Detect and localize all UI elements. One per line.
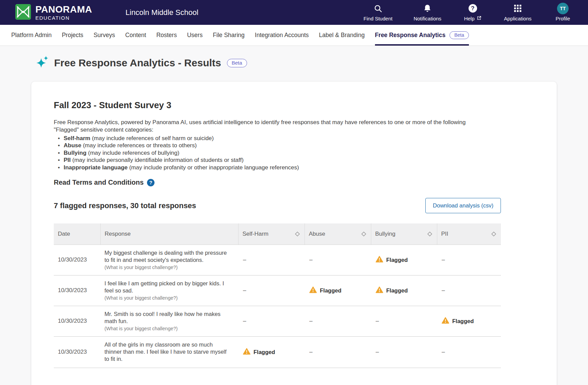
top-bar: PANORAMA EDUCATION Lincoln Middle School… <box>0 0 588 25</box>
nav-item-rosters[interactable]: Rosters <box>156 25 177 46</box>
sort-icon[interactable] <box>295 232 300 236</box>
page-heading: Free Response Analytics - Results Beta <box>36 55 588 70</box>
category-list: Self-harm (may include references of sel… <box>58 135 466 171</box>
status-cell-self-harm: – <box>238 275 305 306</box>
warning-icon <box>376 286 383 295</box>
category-item-inappropriate-language: Inappropriate language (may include prof… <box>58 164 466 171</box>
download-csv-button[interactable]: Download analysis (csv) <box>425 198 501 213</box>
terms-row: Read Terms and Conditions ? <box>54 179 534 186</box>
status-cell-abuse: Flagged <box>305 275 371 306</box>
empty-status: – <box>442 256 445 263</box>
results-card: Fall 2023 - Student Survey 3 Free Respon… <box>31 82 557 385</box>
status-cell-bullying: Flagged <box>371 275 437 306</box>
status-cell-pii: Flagged <box>437 306 501 336</box>
nav-item-projects[interactable]: Projects <box>62 25 83 46</box>
sort-icon[interactable] <box>427 232 432 236</box>
help-label: Help <box>464 16 481 21</box>
column-header-self-harm[interactable]: Self-Harm <box>238 223 305 245</box>
flagged-label: Flagged <box>452 318 474 324</box>
intro-paragraph: Free Response Analytics, powered by Pano… <box>54 119 472 134</box>
column-header-bullying[interactable]: Bullying <box>371 223 437 245</box>
response-cell: All of the girls in my classroom are so … <box>100 336 238 368</box>
panorama-logo-icon <box>15 4 31 21</box>
summary-row: 7 flagged responses, 30 total responses … <box>54 198 501 213</box>
sparkle-icon <box>36 55 49 70</box>
help-button[interactable]: ? Help <box>462 4 483 21</box>
empty-status: – <box>442 287 445 294</box>
nav-item-users[interactable]: Users <box>187 25 203 46</box>
sort-icon[interactable] <box>491 232 496 236</box>
topbar-actions: Find Student Notifications ? Help <box>363 4 573 21</box>
status-cell-pii: – <box>437 336 501 368</box>
terms-help-icon[interactable]: ? <box>147 179 154 186</box>
status-cell-pii: – <box>437 245 501 275</box>
date-cell: 10/30/2023 <box>54 306 100 336</box>
terms-label: Read Terms and Conditions <box>54 179 144 186</box>
empty-status: – <box>442 349 445 355</box>
panorama-logo[interactable]: PANORAMA EDUCATION <box>15 4 92 21</box>
status-cell-abuse: – <box>305 336 371 368</box>
nav-item-file-sharing[interactable]: File Sharing <box>213 25 244 46</box>
flagged-label: Flagged <box>386 257 408 263</box>
nav-item-label-branding[interactable]: Label & Branding <box>319 25 364 46</box>
warning-icon <box>376 256 383 264</box>
response-text: Mr. Smith is so cool! I really like how … <box>104 311 230 325</box>
nav-item-platform-admin[interactable]: Platform Admin <box>11 25 52 46</box>
brand-subname: EDUCATION <box>35 15 92 20</box>
profile-button[interactable]: TT Profile <box>553 4 573 21</box>
grid-icon <box>513 4 522 13</box>
external-link-icon <box>477 16 481 21</box>
column-header-abuse[interactable]: Abuse <box>305 223 371 245</box>
date-cell: 10/30/2023 <box>54 275 100 306</box>
sort-icon[interactable] <box>361 232 366 236</box>
response-text: I feel like I am getting picked on by bi… <box>104 280 230 294</box>
survey-title: Fall 2023 - Student Survey 3 <box>54 100 534 111</box>
table-row: 10/30/2023 I feel like I am getting pick… <box>54 275 501 306</box>
category-item-abuse: Abuse (may include references or threats… <box>58 142 466 149</box>
empty-status: – <box>376 349 379 355</box>
results-table: Date Response Self-Harm Abuse Bullying P… <box>54 223 501 368</box>
nav-item-content[interactable]: Content <box>125 25 146 46</box>
find-student-label: Find Student <box>363 16 392 21</box>
response-cell: My biggest challenge is dealing with the… <box>100 245 238 275</box>
status-cell-abuse: – <box>305 306 371 336</box>
status-cell-self-harm: – <box>238 245 305 275</box>
flagged-label: Flagged <box>254 349 275 355</box>
response-cell: Mr. Smith is so cool! I really like how … <box>100 306 238 336</box>
help-question-icon: ? <box>469 4 477 13</box>
date-cell: 10/30/2023 <box>54 245 100 275</box>
notifications-button[interactable]: Notifications <box>413 4 441 21</box>
status-cell-self-harm: Flagged <box>238 336 305 368</box>
summary-text: 7 flagged responses, 30 total responses <box>54 201 196 210</box>
category-item-self-harm: Self-harm (may include references of sel… <box>58 135 466 142</box>
applications-label: Applications <box>504 16 532 21</box>
nav-item-surveys[interactable]: Surveys <box>94 25 115 46</box>
page-title: Free Response Analytics - Results <box>54 57 221 69</box>
admin-nav: Platform Admin Projects Surveys Content … <box>0 25 588 46</box>
status-cell-bullying: – <box>371 336 437 368</box>
nav-item-free-response-analytics[interactable]: Free Response Analytics Beta <box>375 25 469 46</box>
response-cell: I feel like I am getting picked on by bi… <box>100 275 238 306</box>
empty-status: – <box>243 318 246 324</box>
table-body: 10/30/2023 My biggest challenge is deali… <box>54 245 501 368</box>
warning-icon <box>243 348 250 356</box>
nav-item-integration-accounts[interactable]: Integration Accounts <box>255 25 309 46</box>
column-header-date: Date <box>54 223 100 245</box>
table-row: 10/30/2023 All of the girls in my classr… <box>54 336 501 368</box>
warning-icon <box>309 286 317 295</box>
flagged-label: Flagged <box>386 287 408 294</box>
empty-status: – <box>243 256 246 263</box>
table-row: 10/30/2023 Mr. Smith is so cool! I reall… <box>54 306 501 336</box>
page-beta-badge: Beta <box>227 59 247 67</box>
search-icon <box>374 4 382 13</box>
applications-button[interactable]: Applications <box>504 4 532 21</box>
empty-status: – <box>309 256 312 263</box>
empty-status: – <box>309 349 312 355</box>
date-cell: 10/30/2023 <box>54 336 100 368</box>
response-question: (What is your biggest challenge?) <box>104 295 230 301</box>
column-header-pii[interactable]: PII <box>437 223 501 245</box>
find-student-button[interactable]: Find Student <box>363 4 392 21</box>
table-row: 10/30/2023 My biggest challenge is deali… <box>54 245 501 275</box>
status-cell-self-harm: – <box>238 306 305 336</box>
column-header-response: Response <box>100 223 238 245</box>
